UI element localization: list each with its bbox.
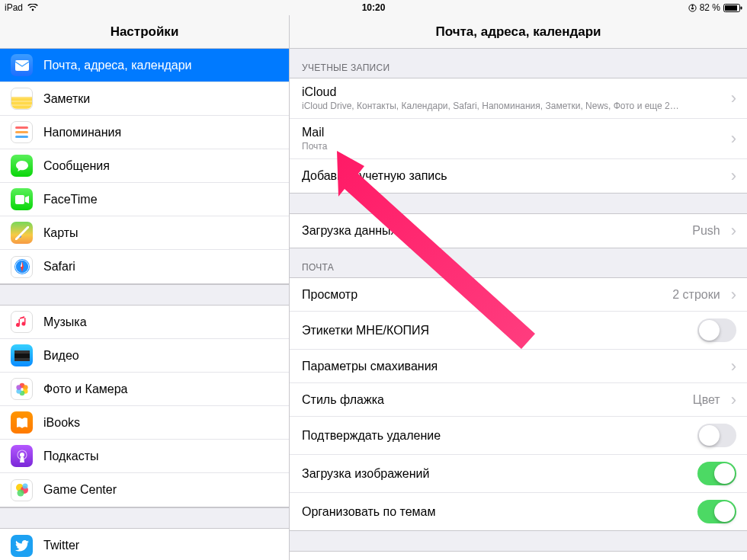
svg-rect-1 (691, 7, 694, 9)
toggle-loadimg[interactable] (697, 462, 736, 485)
svg-rect-4 (741, 6, 742, 9)
sidebar-item-label: Видео (43, 349, 79, 363)
sidebar-item-notes[interactable]: Заметки (0, 82, 289, 116)
cell-value: Цвет (693, 393, 720, 407)
battery-text: 82 % (700, 2, 720, 13)
mail-cell-tocc[interactable]: Этикетки МНЕ/КОПИЯ (290, 312, 747, 350)
sidebar-item-label: Музыка (43, 315, 87, 329)
sidebar-item-label: Карты (43, 226, 79, 240)
chevron-right-icon: › (731, 90, 736, 107)
sidebar-item-podcasts[interactable]: Подкасты (0, 440, 289, 473)
sidebar-item-mail-contacts-calendar[interactable]: Почта, адреса, календари (0, 49, 289, 82)
cell-subtitle: iCloud Drive, Контакты, Календари, Safar… (302, 101, 726, 111)
sidebar-item-label: Twitter (43, 539, 79, 552)
notes-icon (11, 88, 33, 110)
toggle-thread[interactable] (697, 500, 736, 523)
toggle-tocc[interactable] (697, 318, 736, 342)
sidebar-item-twitter[interactable]: Twitter (0, 529, 289, 560)
cell-label: Загрузка изображений (302, 467, 697, 481)
cell-label: Стиль флажка (302, 393, 693, 407)
sidebar-item-label: iBooks (43, 416, 80, 430)
twitter-icon (11, 535, 33, 557)
sidebar-item-ibooks[interactable]: iBooks (0, 406, 289, 440)
sidebar-item-facetime[interactable]: FaceTime (0, 183, 289, 216)
cell-subtitle: Почта (302, 141, 726, 152)
account-cell-mail[interactable]: MailПочта› (290, 119, 747, 159)
svg-rect-6 (15, 195, 24, 204)
sidebar-separator (0, 284, 289, 306)
sidebar-title: Настройки (0, 15, 289, 49)
photos-icon (11, 378, 33, 400)
chevron-right-icon: › (731, 286, 736, 303)
sidebar-item-label: Safari (43, 260, 75, 274)
detail-pane: Почта, адреса, календари УЧЕТНЫЕ ЗАПИСИ … (290, 15, 747, 560)
chevron-right-icon: › (731, 130, 736, 147)
chevron-right-icon: › (731, 358, 736, 375)
mail-cell-loadimg[interactable]: Загрузка изображений (290, 455, 747, 493)
mail-cell-confirmdel[interactable]: Подтверждать удаление (290, 417, 747, 455)
battery-icon (723, 4, 742, 12)
settings-sidebar: Настройки Почта, адреса, календариЗаметк… (0, 15, 290, 560)
cell-label: Добавить учетную запись (302, 169, 726, 183)
sidebar-item-label: Почта, адреса, календари (43, 59, 192, 72)
svg-rect-16 (14, 354, 30, 358)
sidebar-item-music[interactable]: Музыка (0, 306, 289, 339)
status-bar: iPad 10:20 82 % (0, 0, 747, 15)
next-group-peek (290, 552, 747, 560)
cell-fetch-new-data[interactable]: Загрузка данных Push › (290, 214, 747, 248)
svg-rect-5 (15, 60, 29, 71)
chevron-right-icon: › (731, 222, 736, 239)
toggle-knob (699, 320, 720, 341)
cell-label: iCloud (302, 85, 726, 99)
detail-title: Почта, адреса, календари (290, 15, 747, 49)
toggle-confirmdel[interactable] (697, 424, 736, 447)
svg-point-22 (16, 385, 21, 390)
maps-icon (11, 222, 33, 244)
mail-icon (11, 54, 33, 76)
gamecenter-icon (11, 479, 33, 501)
account-cell-icloud[interactable]: iCloudiCloud Drive, Контакты, Календари,… (290, 78, 747, 119)
podcasts-icon (11, 445, 33, 467)
svg-point-27 (17, 490, 24, 497)
sidebar-item-safari[interactable]: Safari (0, 250, 289, 283)
section-header-accounts: УЧЕТНЫЕ ЗАПИСИ (290, 49, 747, 78)
cell-label: Просмотр (302, 288, 672, 302)
svg-point-28 (22, 484, 27, 489)
wifi-icon (27, 4, 38, 11)
chevron-right-icon: › (731, 168, 736, 184)
mail-cell-preview[interactable]: Просмотр2 строки› (290, 278, 747, 312)
svg-point-23 (20, 453, 24, 457)
mail-cell-thread[interactable]: Организовать по темам (290, 493, 747, 530)
sidebar-item-photos[interactable]: Фото и Камера (0, 373, 289, 406)
account-cell-add[interactable]: Добавить учетную запись› (290, 159, 747, 193)
sidebar-item-gamecenter[interactable]: Game Center (0, 473, 289, 507)
sidebar-item-label: Сообщения (43, 159, 110, 173)
music-icon (11, 311, 33, 333)
chevron-right-icon: › (731, 392, 736, 408)
mail-cell-swipe[interactable]: Параметры смахивания› (290, 350, 747, 383)
cell-label: Загрузка данных (302, 224, 692, 238)
sidebar-item-label: Заметки (43, 92, 90, 106)
mail-cell-flagstyle[interactable]: Стиль флажкаЦвет› (290, 383, 747, 417)
reminders-icon (11, 121, 33, 143)
cell-label: Этикетки МНЕ/КОПИЯ (302, 324, 697, 338)
cell-label: Mail (302, 126, 726, 139)
safari-icon (11, 256, 33, 278)
sidebar-item-label: FaceTime (43, 193, 98, 206)
sidebar-item-reminders[interactable]: Напоминания (0, 116, 289, 149)
sidebar-separator (0, 507, 289, 529)
svg-rect-15 (14, 358, 30, 361)
sidebar-item-messages[interactable]: Сообщения (0, 149, 289, 183)
sidebar-item-label: Напоминания (43, 126, 121, 139)
toggle-knob (699, 425, 720, 446)
ibooks-icon (11, 411, 33, 434)
svg-rect-3 (725, 5, 737, 11)
orientation-lock-icon (688, 4, 697, 12)
sidebar-item-label: Подкасты (43, 450, 98, 463)
sidebar-item-videos[interactable]: Видео (0, 339, 289, 373)
sidebar-item-maps[interactable]: Карты (0, 216, 289, 250)
cell-label: Организовать по темам (302, 505, 697, 519)
videos-icon (11, 344, 33, 366)
sidebar-item-label: Фото и Камера (43, 382, 128, 396)
toggle-knob (714, 501, 735, 522)
